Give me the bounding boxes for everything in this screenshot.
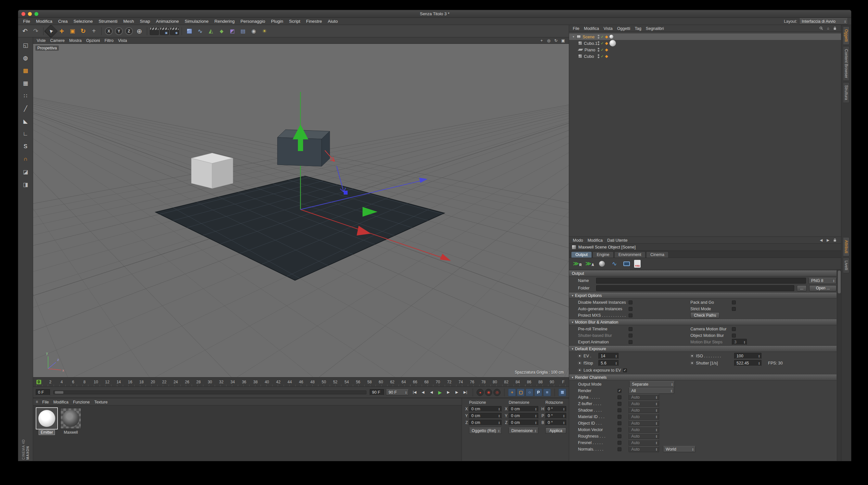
maxwell-render-icon[interactable]: ≫R bbox=[572, 259, 582, 268]
coordinate-field-posizione-y[interactable]: 0 cm bbox=[469, 413, 502, 419]
material-tag-icon[interactable] bbox=[610, 35, 613, 39]
enabled-check-icon[interactable]: ✓ bbox=[601, 54, 603, 58]
minimize-window-button[interactable] bbox=[28, 12, 32, 16]
prev-key-button[interactable]: ◀ bbox=[419, 389, 427, 396]
object-manager-menu-file[interactable]: File bbox=[570, 26, 582, 31]
frame-tick-34[interactable]: 34 bbox=[230, 380, 235, 384]
menu-mesh[interactable]: Mesh bbox=[120, 19, 137, 24]
fresnel-checkbox[interactable] bbox=[618, 441, 621, 445]
output-name-input[interactable] bbox=[596, 278, 806, 283]
magnet-button[interactable]: ∩ bbox=[21, 154, 31, 164]
normals-space-dropdown[interactable]: World bbox=[663, 446, 695, 452]
frame-tick-66[interactable]: 66 bbox=[413, 380, 417, 384]
history-back-icon[interactable]: ◀ bbox=[819, 238, 824, 242]
play-button[interactable]: ▶ bbox=[436, 389, 444, 396]
panel-tab-struttura[interactable]: Struttura bbox=[843, 82, 849, 103]
render-settings-button[interactable]: ◉ bbox=[170, 27, 179, 35]
section-header-default-exposure[interactable]: Default Exposure bbox=[569, 346, 836, 352]
maxwell-tag-icon[interactable]: ◆ bbox=[605, 54, 608, 58]
texture-axis-mode-button[interactable]: ▦ bbox=[21, 78, 31, 88]
record-pla-toggle[interactable]: ≡ bbox=[543, 389, 551, 396]
frame-tick-80[interactable]: 80 bbox=[493, 380, 497, 384]
frame-tick-58[interactable]: 58 bbox=[367, 380, 372, 384]
stepper-icon[interactable] bbox=[562, 414, 565, 418]
object-manager-menu-vista[interactable]: Vista bbox=[601, 26, 615, 31]
last-used-tool[interactable]: + bbox=[89, 26, 99, 36]
prev-frame-button[interactable]: ◀ bbox=[428, 389, 435, 396]
frame-tick-10[interactable]: 10 bbox=[94, 380, 98, 384]
stepper-icon[interactable] bbox=[534, 421, 537, 424]
stepper-icon[interactable] bbox=[691, 448, 694, 451]
frame-tick-6[interactable]: 6 bbox=[71, 380, 75, 384]
visibility-dots-icon[interactable] bbox=[598, 48, 599, 52]
quantize-button[interactable]: ◨ bbox=[21, 179, 31, 190]
motion-vector-checkbox[interactable] bbox=[618, 428, 621, 432]
ev-field[interactable]: 14 bbox=[598, 353, 619, 359]
normals-checkbox[interactable] bbox=[618, 447, 621, 451]
viewport-snap-button[interactable]: S bbox=[21, 141, 31, 152]
stepper-icon[interactable] bbox=[757, 355, 761, 358]
scrollbar-thumb[interactable] bbox=[838, 271, 841, 293]
dimensione-dropdown[interactable]: Dimensione bbox=[509, 427, 538, 434]
viewport-camera-label[interactable]: Prospettiva bbox=[35, 46, 59, 51]
frame-range-dropdown[interactable]: 90 F bbox=[386, 389, 409, 395]
panel-tab-attributi[interactable]: Attributi bbox=[843, 237, 849, 256]
frame-tick-16[interactable]: 16 bbox=[128, 380, 132, 384]
frame-tick-82[interactable]: 82 bbox=[504, 380, 509, 384]
render-visibility-dot[interactable] bbox=[598, 43, 599, 45]
shutter-field[interactable]: 522.45 bbox=[734, 360, 762, 366]
coordinate-field-posizione-x[interactable]: 0 cm bbox=[469, 406, 502, 412]
alpha-checkbox[interactable] bbox=[618, 395, 621, 399]
lock-exposure-radio[interactable] bbox=[578, 368, 582, 372]
attribute-manager-menu-dati-utente[interactable]: Dati Utente bbox=[605, 238, 630, 243]
render-checkbox[interactable] bbox=[618, 389, 621, 393]
maxwell-tag-icon[interactable]: ◆ bbox=[605, 34, 608, 39]
viewport-menu-viste[interactable]: Viste bbox=[34, 38, 48, 43]
object-motion-blur-checkbox[interactable] bbox=[732, 334, 736, 337]
fire-preview-icon[interactable]: FIRE bbox=[634, 260, 641, 268]
enabled-check-icon[interactable]: ✓ bbox=[601, 35, 603, 39]
object-manager-menu-tag[interactable]: Tag bbox=[632, 26, 644, 31]
search-icon[interactable] bbox=[819, 26, 824, 31]
frame-tick-68[interactable]: 68 bbox=[424, 380, 429, 384]
frame-tick-52[interactable]: 52 bbox=[333, 380, 338, 384]
stepper-icon[interactable] bbox=[615, 362, 618, 365]
material-manager-menu-funzione[interactable]: Funzione bbox=[71, 400, 92, 404]
menu-crea[interactable]: Crea bbox=[55, 19, 70, 24]
frame-tick-60[interactable]: 60 bbox=[379, 380, 383, 384]
frame-tick-46[interactable]: 46 bbox=[299, 380, 303, 384]
frame-tick-42[interactable]: 42 bbox=[276, 380, 281, 384]
pan-view-icon[interactable]: + bbox=[539, 38, 544, 43]
section-header-export-options[interactable]: Export Options bbox=[569, 293, 836, 299]
menu-selezione[interactable]: Selezione bbox=[70, 19, 95, 24]
lock-icon[interactable] bbox=[833, 26, 837, 31]
autokeying-button[interactable]: ◉ bbox=[485, 389, 492, 396]
viewport-3d[interactable]: y x z Prospettiva Spazziatura Griglia : … bbox=[33, 44, 569, 377]
record-position-toggle[interactable]: + bbox=[508, 389, 516, 396]
goto-end-button[interactable]: ▶| bbox=[461, 389, 469, 396]
add-camera-button[interactable]: ◉ bbox=[249, 26, 258, 36]
section-header-output[interactable]: Output bbox=[569, 271, 836, 276]
output-mode-dropdown[interactable]: Separate bbox=[629, 381, 675, 387]
material-preview[interactable] bbox=[36, 408, 57, 429]
pre-roll-timeline-checkbox[interactable] bbox=[628, 327, 632, 331]
viewport-menu-mostra[interactable]: Mostra bbox=[67, 38, 84, 43]
frame-tick-64[interactable]: 64 bbox=[402, 380, 406, 384]
maxwell-tag-icon[interactable]: ◆ bbox=[605, 41, 608, 46]
next-frame-button[interactable]: ▶ bbox=[444, 389, 452, 396]
current-frame-field[interactable]: 0 F bbox=[36, 389, 50, 395]
add-spline-button[interactable]: ∿ bbox=[195, 26, 205, 36]
end-frame-field[interactable]: 90 F bbox=[370, 389, 384, 395]
material-manager-menu-modifica[interactable]: Modifica bbox=[51, 400, 71, 404]
output-folder-input[interactable] bbox=[596, 285, 794, 291]
z-buffer-checkbox[interactable] bbox=[618, 402, 621, 406]
render-visibility-dot[interactable] bbox=[598, 50, 599, 52]
frame-tick-76[interactable]: 76 bbox=[470, 380, 474, 384]
menu-finestre[interactable]: Finestre bbox=[303, 19, 325, 24]
applica-button[interactable]: Applica bbox=[546, 427, 566, 434]
frame-tick-14[interactable]: 14 bbox=[116, 380, 121, 384]
points-mode-button[interactable]: ∷ bbox=[21, 91, 31, 101]
tab-output[interactable]: Output bbox=[571, 251, 592, 257]
frame-tick-18[interactable]: 18 bbox=[140, 380, 144, 384]
shutter-link-radio[interactable] bbox=[690, 361, 694, 365]
